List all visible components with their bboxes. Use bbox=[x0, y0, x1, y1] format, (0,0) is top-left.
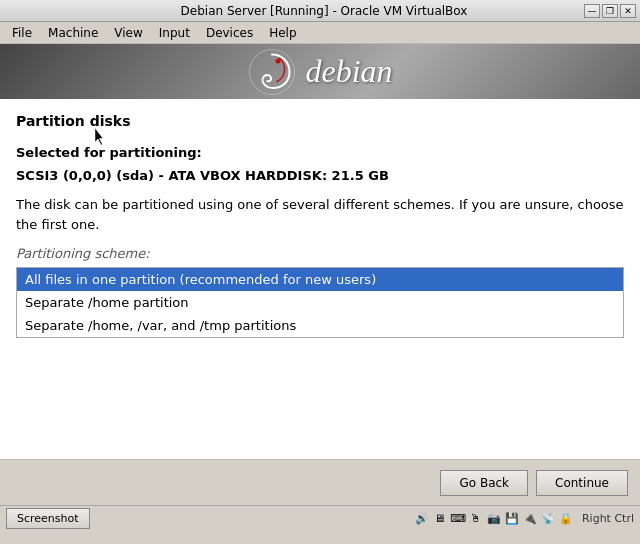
partition-option-1[interactable]: Separate /home partition bbox=[17, 291, 623, 314]
systray-icon-1: 🔊 bbox=[414, 511, 430, 527]
debian-logo: debian bbox=[247, 47, 392, 97]
continue-button[interactable]: Continue bbox=[536, 470, 628, 496]
menu-help[interactable]: Help bbox=[261, 24, 304, 42]
systray-icon-8: 📡 bbox=[540, 511, 556, 527]
systray: 🔊 🖥 ⌨ 🖱 📷 💾 🔌 📡 🔒 bbox=[414, 511, 574, 527]
partition-option-0[interactable]: All files in one partition (recommended … bbox=[17, 268, 623, 291]
close-button[interactable]: ✕ bbox=[620, 4, 636, 18]
partition-list: All files in one partition (recommended … bbox=[16, 267, 624, 338]
systray-icon-2: 🖥 bbox=[432, 511, 448, 527]
systray-icon-3: ⌨ bbox=[450, 511, 466, 527]
menu-file[interactable]: File bbox=[4, 24, 40, 42]
systray-icon-9: 🔒 bbox=[558, 511, 574, 527]
statusbar: Screenshot 🔊 🖥 ⌨ 🖱 📷 💾 🔌 📡 🔒 Right Ctrl bbox=[0, 505, 640, 531]
screenshot-button[interactable]: Screenshot bbox=[6, 508, 90, 529]
debian-swirl-icon bbox=[247, 47, 297, 97]
minimize-button[interactable]: — bbox=[584, 4, 600, 18]
menu-devices[interactable]: Devices bbox=[198, 24, 261, 42]
menubar: File Machine View Input Devices Help bbox=[0, 22, 640, 44]
window-controls[interactable]: — ❐ ✕ bbox=[584, 4, 636, 18]
systray-icon-6: 💾 bbox=[504, 511, 520, 527]
section-label: Selected for partitioning: bbox=[16, 145, 624, 160]
right-ctrl-label: Right Ctrl bbox=[582, 512, 634, 525]
description-text: The disk can be partitioned using one of… bbox=[16, 195, 624, 234]
menu-machine[interactable]: Machine bbox=[40, 24, 106, 42]
page-title: Partition disks bbox=[16, 113, 624, 129]
bottom-bar: Screenshot Go Back Continue bbox=[0, 459, 640, 505]
scheme-label: Partitioning scheme: bbox=[16, 246, 624, 261]
titlebar: Debian Server [Running] - Oracle VM Virt… bbox=[0, 0, 640, 22]
systray-icon-5: 📷 bbox=[486, 511, 502, 527]
restore-button[interactable]: ❐ bbox=[602, 4, 618, 18]
systray-icon-4: 🖱 bbox=[468, 511, 484, 527]
window-title: Debian Server [Running] - Oracle VM Virt… bbox=[64, 4, 584, 18]
main-content: Partition disks Selected for partitionin… bbox=[0, 99, 640, 459]
disk-info: SCSI3 (0,0,0) (sda) - ATA VBOX HARDDISK:… bbox=[16, 168, 624, 183]
debian-header: debian bbox=[0, 44, 640, 99]
partition-option-2[interactable]: Separate /home, /var, and /tmp partition… bbox=[17, 314, 623, 337]
debian-title: debian bbox=[305, 53, 392, 90]
menu-view[interactable]: View bbox=[106, 24, 150, 42]
go-back-button[interactable]: Go Back bbox=[440, 470, 528, 496]
systray-icon-7: 🔌 bbox=[522, 511, 538, 527]
menu-input[interactable]: Input bbox=[151, 24, 198, 42]
svg-point-1 bbox=[276, 58, 281, 63]
